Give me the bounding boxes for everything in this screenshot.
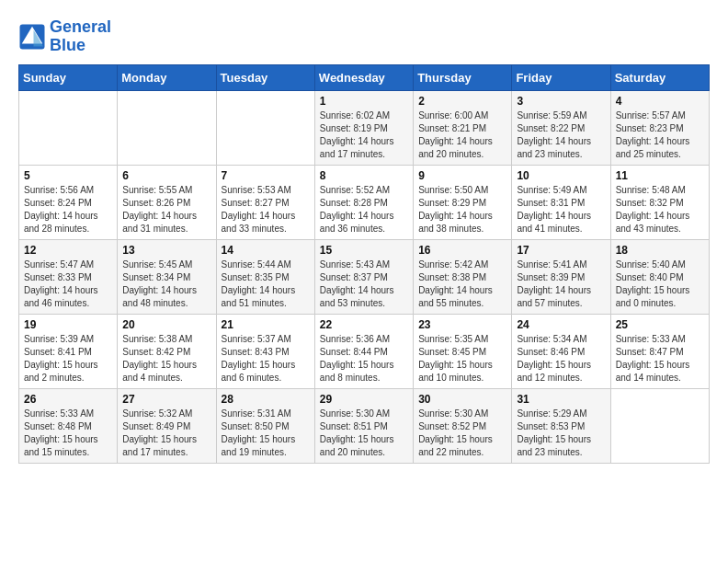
calendar-cell: 6Sunrise: 5:55 AMSunset: 8:26 PMDaylight… bbox=[118, 165, 216, 239]
day-number: 19 bbox=[24, 318, 112, 331]
weekday-header: Tuesday bbox=[216, 64, 314, 90]
day-info: Sunrise: 5:35 AMSunset: 8:45 PMDaylight:… bbox=[418, 333, 506, 385]
calendar-cell: 25Sunrise: 5:33 AMSunset: 8:47 PMDayligh… bbox=[610, 314, 709, 388]
day-number: 2 bbox=[418, 95, 506, 108]
day-info: Sunrise: 5:38 AMSunset: 8:42 PMDaylight:… bbox=[122, 333, 210, 385]
weekday-row: SundayMondayTuesdayWednesdayThursdayFrid… bbox=[19, 64, 710, 90]
logo-icon bbox=[18, 23, 46, 51]
day-number: 27 bbox=[122, 393, 210, 406]
day-info: Sunrise: 5:29 AMSunset: 8:53 PMDaylight:… bbox=[517, 408, 605, 459]
calendar-body: 1Sunrise: 6:02 AMSunset: 8:19 PMDaylight… bbox=[19, 90, 710, 463]
day-number: 15 bbox=[320, 244, 408, 257]
day-number: 17 bbox=[517, 244, 605, 257]
calendar-cell: 28Sunrise: 5:31 AMSunset: 8:50 PMDayligh… bbox=[216, 388, 314, 463]
day-number: 10 bbox=[517, 169, 605, 182]
day-info: Sunrise: 5:45 AMSunset: 8:34 PMDaylight:… bbox=[122, 259, 210, 310]
calendar-cell: 20Sunrise: 5:38 AMSunset: 8:42 PMDayligh… bbox=[118, 314, 216, 388]
day-number: 28 bbox=[222, 393, 310, 406]
day-info: Sunrise: 5:39 AMSunset: 8:41 PMDaylight:… bbox=[24, 333, 112, 385]
day-number: 13 bbox=[122, 244, 210, 257]
calendar-cell: 27Sunrise: 5:32 AMSunset: 8:49 PMDayligh… bbox=[118, 388, 216, 463]
calendar-cell: 30Sunrise: 5:30 AMSunset: 8:52 PMDayligh… bbox=[414, 388, 512, 463]
weekday-header: Friday bbox=[512, 64, 610, 90]
day-info: Sunrise: 5:50 AMSunset: 8:29 PMDaylight:… bbox=[418, 184, 506, 236]
calendar-cell: 9Sunrise: 5:50 AMSunset: 8:29 PMDaylight… bbox=[414, 165, 512, 239]
day-number: 25 bbox=[616, 318, 704, 331]
calendar-cell: 19Sunrise: 5:39 AMSunset: 8:41 PMDayligh… bbox=[19, 314, 118, 388]
calendar-week-row: 5Sunrise: 5:56 AMSunset: 8:24 PMDaylight… bbox=[19, 165, 710, 239]
calendar-cell: 15Sunrise: 5:43 AMSunset: 8:37 PMDayligh… bbox=[314, 239, 413, 314]
day-info: Sunrise: 5:56 AMSunset: 8:24 PMDaylight:… bbox=[24, 184, 112, 236]
calendar-cell bbox=[118, 90, 216, 165]
day-number: 9 bbox=[418, 169, 506, 182]
day-number: 8 bbox=[320, 169, 408, 182]
calendar-cell: 14Sunrise: 5:44 AMSunset: 8:35 PMDayligh… bbox=[216, 239, 314, 314]
day-info: Sunrise: 5:33 AMSunset: 8:48 PMDaylight:… bbox=[24, 408, 112, 459]
calendar-cell: 10Sunrise: 5:49 AMSunset: 8:31 PMDayligh… bbox=[512, 165, 610, 239]
weekday-header: Monday bbox=[118, 64, 216, 90]
day-info: Sunrise: 5:53 AMSunset: 8:27 PMDaylight:… bbox=[222, 184, 310, 236]
day-number: 24 bbox=[517, 318, 605, 331]
calendar-cell: 3Sunrise: 5:59 AMSunset: 8:22 PMDaylight… bbox=[512, 90, 610, 165]
calendar-cell: 4Sunrise: 5:57 AMSunset: 8:23 PMDaylight… bbox=[610, 90, 709, 165]
calendar-cell: 17Sunrise: 5:41 AMSunset: 8:39 PMDayligh… bbox=[512, 239, 610, 314]
day-info: Sunrise: 5:43 AMSunset: 8:37 PMDaylight:… bbox=[320, 259, 408, 310]
day-number: 20 bbox=[122, 318, 210, 331]
day-number: 22 bbox=[320, 318, 408, 331]
day-number: 4 bbox=[616, 95, 704, 108]
calendar-cell: 16Sunrise: 5:42 AMSunset: 8:38 PMDayligh… bbox=[414, 239, 512, 314]
day-number: 31 bbox=[517, 393, 605, 406]
day-number: 29 bbox=[320, 393, 408, 406]
day-number: 30 bbox=[418, 393, 506, 406]
day-info: Sunrise: 5:30 AMSunset: 8:52 PMDaylight:… bbox=[418, 408, 506, 459]
day-number: 18 bbox=[616, 244, 704, 257]
calendar-table: SundayMondayTuesdayWednesdayThursdayFrid… bbox=[18, 64, 710, 464]
calendar-cell: 22Sunrise: 5:36 AMSunset: 8:44 PMDayligh… bbox=[314, 314, 413, 388]
day-info: Sunrise: 5:30 AMSunset: 8:51 PMDaylight:… bbox=[320, 408, 408, 459]
day-info: Sunrise: 5:40 AMSunset: 8:40 PMDaylight:… bbox=[616, 259, 704, 310]
day-info: Sunrise: 5:59 AMSunset: 8:22 PMDaylight:… bbox=[517, 109, 605, 161]
day-number: 7 bbox=[222, 169, 310, 182]
day-info: Sunrise: 5:34 AMSunset: 8:46 PMDaylight:… bbox=[517, 333, 605, 385]
calendar-week-row: 1Sunrise: 6:02 AMSunset: 8:19 PMDaylight… bbox=[19, 90, 710, 165]
day-number: 14 bbox=[222, 244, 310, 257]
calendar-week-row: 26Sunrise: 5:33 AMSunset: 8:48 PMDayligh… bbox=[19, 388, 710, 463]
day-info: Sunrise: 5:37 AMSunset: 8:43 PMDaylight:… bbox=[222, 333, 310, 385]
page-header: General Blue bbox=[18, 18, 710, 55]
day-info: Sunrise: 5:42 AMSunset: 8:38 PMDaylight:… bbox=[418, 259, 506, 310]
calendar-cell: 2Sunrise: 6:00 AMSunset: 8:21 PMDaylight… bbox=[414, 90, 512, 165]
day-info: Sunrise: 5:57 AMSunset: 8:23 PMDaylight:… bbox=[616, 109, 704, 161]
weekday-header: Thursday bbox=[414, 64, 512, 90]
day-info: Sunrise: 5:36 AMSunset: 8:44 PMDaylight:… bbox=[320, 333, 408, 385]
day-info: Sunrise: 5:49 AMSunset: 8:31 PMDaylight:… bbox=[517, 184, 605, 236]
day-number: 3 bbox=[517, 95, 605, 108]
calendar-cell: 7Sunrise: 5:53 AMSunset: 8:27 PMDaylight… bbox=[216, 165, 314, 239]
logo: General Blue bbox=[18, 18, 111, 55]
calendar-cell: 31Sunrise: 5:29 AMSunset: 8:53 PMDayligh… bbox=[512, 388, 610, 463]
calendar-cell: 18Sunrise: 5:40 AMSunset: 8:40 PMDayligh… bbox=[610, 239, 709, 314]
day-number: 21 bbox=[222, 318, 310, 331]
day-number: 6 bbox=[122, 169, 210, 182]
calendar-week-row: 19Sunrise: 5:39 AMSunset: 8:41 PMDayligh… bbox=[19, 314, 710, 388]
day-info: Sunrise: 6:00 AMSunset: 8:21 PMDaylight:… bbox=[418, 109, 506, 161]
weekday-header: Wednesday bbox=[314, 64, 413, 90]
day-info: Sunrise: 5:32 AMSunset: 8:49 PMDaylight:… bbox=[122, 408, 210, 459]
calendar-cell bbox=[216, 90, 314, 165]
day-info: Sunrise: 5:31 AMSunset: 8:50 PMDaylight:… bbox=[222, 408, 310, 459]
day-info: Sunrise: 5:47 AMSunset: 8:33 PMDaylight:… bbox=[24, 259, 112, 310]
calendar-cell: 12Sunrise: 5:47 AMSunset: 8:33 PMDayligh… bbox=[19, 239, 118, 314]
calendar-cell: 13Sunrise: 5:45 AMSunset: 8:34 PMDayligh… bbox=[118, 239, 216, 314]
day-info: Sunrise: 5:44 AMSunset: 8:35 PMDaylight:… bbox=[222, 259, 310, 310]
weekday-header: Saturday bbox=[610, 64, 709, 90]
calendar-week-row: 12Sunrise: 5:47 AMSunset: 8:33 PMDayligh… bbox=[19, 239, 710, 314]
day-info: Sunrise: 6:02 AMSunset: 8:19 PMDaylight:… bbox=[320, 109, 408, 161]
day-number: 1 bbox=[320, 95, 408, 108]
calendar-cell: 11Sunrise: 5:48 AMSunset: 8:32 PMDayligh… bbox=[610, 165, 709, 239]
calendar-cell: 29Sunrise: 5:30 AMSunset: 8:51 PMDayligh… bbox=[314, 388, 413, 463]
weekday-header: Sunday bbox=[19, 64, 118, 90]
day-number: 5 bbox=[24, 169, 112, 182]
calendar-header: SundayMondayTuesdayWednesdayThursdayFrid… bbox=[19, 64, 710, 90]
calendar-cell: 23Sunrise: 5:35 AMSunset: 8:45 PMDayligh… bbox=[414, 314, 512, 388]
day-info: Sunrise: 5:41 AMSunset: 8:39 PMDaylight:… bbox=[517, 259, 605, 310]
day-info: Sunrise: 5:33 AMSunset: 8:47 PMDaylight:… bbox=[616, 333, 704, 385]
